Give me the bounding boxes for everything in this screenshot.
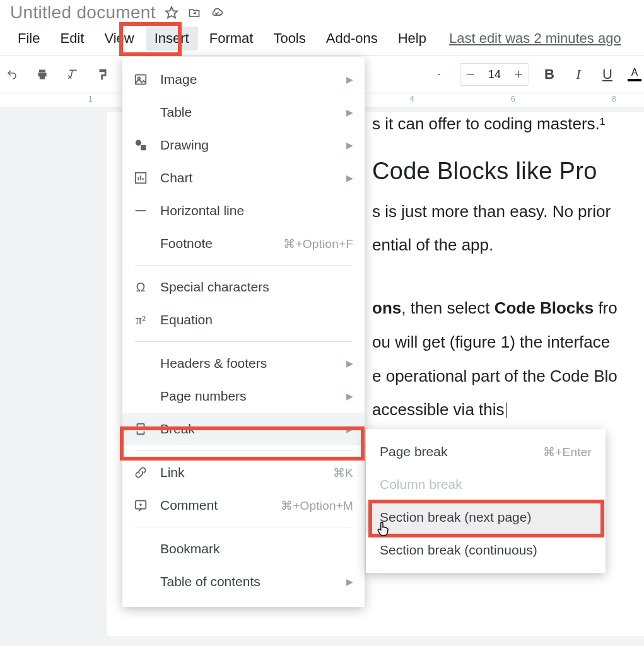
insert-chart[interactable]: Chart ▶	[122, 162, 365, 194]
submenu-arrow-icon: ▶	[346, 577, 353, 587]
text-color-button[interactable]: A	[628, 68, 641, 81]
font-size-increase[interactable]: +	[508, 66, 529, 83]
insert-bookmark[interactable]: Bookmark	[122, 532, 365, 565]
italic-button[interactable]: I	[570, 66, 587, 83]
menu-label: Page break	[380, 444, 532, 459]
print-icon[interactable]	[33, 65, 52, 84]
menu-label: Table	[160, 105, 335, 120]
paint-format-icon[interactable]	[93, 65, 112, 84]
menu-help[interactable]: Help	[389, 26, 435, 50]
break-submenu: Page break ⌘+Enter Column break Section …	[366, 429, 606, 573]
insert-table[interactable]: Table ▶	[122, 96, 365, 129]
blank-icon	[132, 573, 149, 590]
menu-edit[interactable]: Edit	[51, 26, 93, 50]
break-section-continuous[interactable]: Section break (continuous)	[366, 534, 606, 567]
font-dropdown-arrow-icon[interactable]	[430, 65, 448, 84]
submenu-arrow-icon: ▶	[346, 74, 353, 85]
insert-page-numbers[interactable]: Page numbers ▶	[122, 380, 365, 413]
menu-label: Column break	[380, 477, 592, 492]
menu-label: Section break (next page)	[380, 510, 592, 525]
font-size-value[interactable]: 14	[481, 68, 508, 81]
menu-addons[interactable]: Add-ons	[317, 26, 387, 50]
menu-label: Page numbers	[160, 389, 335, 404]
doc-text: s it can offer to coding masters.¹	[372, 112, 644, 136]
menu-tools[interactable]: Tools	[264, 26, 314, 50]
image-icon	[132, 71, 149, 88]
menu-label: Break	[160, 421, 335, 437]
insert-break[interactable]: Break ▶	[122, 413, 365, 445]
insert-comment[interactable]: Comment ⌘+Option+M	[122, 489, 365, 522]
blank-icon	[132, 235, 149, 252]
svg-rect-1	[136, 75, 146, 85]
menu-separator	[135, 527, 352, 527]
menu-label: Drawing	[160, 138, 335, 153]
menu-label: Table of contents	[160, 574, 335, 589]
text-color-swatch	[628, 79, 641, 81]
blank-icon	[132, 388, 149, 404]
menu-label: Link	[160, 465, 322, 480]
menu-label: Horizontal line	[160, 203, 353, 218]
ruler-tick: 6	[511, 95, 515, 103]
bold-button[interactable]: B	[541, 66, 558, 83]
menu-shortcut: ⌘+Option+F	[283, 237, 353, 251]
svg-rect-4	[141, 145, 146, 150]
svg-marker-0	[166, 7, 177, 18]
drawing-icon	[132, 137, 149, 153]
menu-view[interactable]: View	[95, 26, 143, 50]
ruler-tick: 8	[612, 95, 616, 103]
menu-label: Footnote	[160, 236, 272, 251]
submenu-arrow-icon: ▶	[346, 358, 353, 368]
last-edit-link[interactable]: Last edit was 2 minutes ago	[449, 30, 621, 47]
comment-icon	[132, 497, 149, 514]
break-page[interactable]: Page break ⌘+Enter	[366, 435, 606, 468]
menu-insert[interactable]: Insert	[146, 26, 198, 50]
text-color-letter: A	[631, 68, 638, 78]
blank-icon	[132, 355, 149, 372]
insert-drawing[interactable]: Drawing ▶	[122, 129, 365, 162]
menu-label: Image	[160, 72, 335, 87]
break-column: Column break	[366, 468, 606, 501]
pi-icon: π²	[132, 312, 149, 328]
menu-format[interactable]: Format	[201, 26, 262, 50]
menu-file[interactable]: File	[9, 26, 49, 50]
insert-table-of-contents[interactable]: Table of contents ▶	[122, 565, 365, 598]
menu-bar: File Edit View Insert Format Tools Add-o…	[0, 23, 644, 56]
insert-headers-footers[interactable]: Headers & footers ▶	[122, 347, 365, 380]
doc-text: e operational part of the Code Blo	[372, 365, 644, 389]
insert-link[interactable]: Link ⌘K	[122, 456, 365, 489]
ruler-tick: 4	[410, 95, 414, 103]
blank-icon	[132, 541, 149, 557]
menu-label: Section break (continuous)	[380, 543, 592, 558]
document-title[interactable]: Untitled document	[10, 3, 156, 23]
cursor-pointer-icon	[375, 520, 391, 537]
ruler-tick: 1	[88, 95, 93, 103]
insert-special-characters[interactable]: Ω Special characters	[122, 271, 365, 303]
break-section-next-page[interactable]: Section break (next page)	[366, 501, 606, 534]
submenu-arrow-icon: ▶	[346, 424, 353, 434]
star-icon[interactable]	[165, 6, 179, 20]
font-size-decrease[interactable]: −	[460, 66, 481, 83]
menu-separator	[135, 341, 352, 342]
insert-image[interactable]: Image ▶	[122, 63, 365, 96]
cloud-status-icon[interactable]	[210, 6, 224, 20]
doc-text: ential of the app.	[372, 233, 644, 257]
insert-horizontal-line[interactable]: Horizontal line	[122, 194, 365, 227]
insert-equation[interactable]: π² Equation	[122, 303, 365, 336]
menu-label: Special characters	[160, 279, 353, 295]
insert-menu-dropdown: Image ▶ Table ▶ Drawing ▶ Chart ▶ Horizo…	[122, 57, 365, 607]
omega-icon: Ω	[132, 279, 149, 295]
undo-icon[interactable]	[3, 65, 21, 84]
menu-label: Bookmark	[160, 541, 353, 556]
doc-text: ou will get (figure 1) the interface	[372, 331, 644, 355]
link-icon	[132, 464, 149, 481]
doc-text: ons, then select Code Blocks fro	[372, 297, 644, 320]
underline-button[interactable]: U	[599, 66, 616, 83]
menu-label: Comment	[160, 498, 269, 513]
submenu-arrow-icon: ▶	[346, 107, 353, 117]
doc-text: accessible via this	[372, 398, 644, 422]
clear-format-icon[interactable]	[63, 65, 82, 84]
menu-separator	[135, 450, 352, 451]
insert-footnote[interactable]: Footnote ⌘+Option+F	[122, 227, 365, 260]
title-bar: Untitled document	[0, 0, 644, 23]
move-folder-icon[interactable]	[187, 6, 201, 20]
